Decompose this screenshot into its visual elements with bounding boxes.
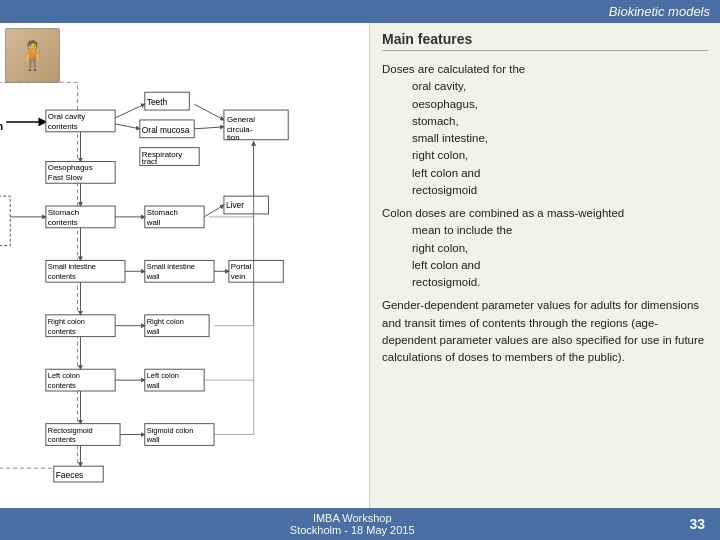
footer-center: IMBA Workshop Stockholm - 18 May 2015 xyxy=(15,512,689,536)
svg-text:Stomach: Stomach xyxy=(48,208,79,217)
list-item: stomach, xyxy=(412,113,708,130)
svg-text:tract: tract xyxy=(142,157,158,166)
svg-line-9 xyxy=(115,104,145,118)
svg-text:Oral mucosa: Oral mucosa xyxy=(142,125,190,135)
header-title: Biokinetic models xyxy=(609,4,710,19)
svg-text:tion: tion xyxy=(227,133,240,142)
list-item: rectosigmoid xyxy=(412,182,708,199)
svg-text:Left colon: Left colon xyxy=(48,371,80,380)
footer-event: IMBA Workshop xyxy=(15,512,689,524)
list-item: small intestine, xyxy=(412,130,708,147)
svg-text:Faeces: Faeces xyxy=(56,470,84,480)
svg-line-15 xyxy=(194,104,224,120)
left-panel: 🧍 Ingestion xyxy=(0,23,370,533)
list-item: left colon and xyxy=(412,257,708,274)
svg-text:Stomach: Stomach xyxy=(147,208,178,217)
list-item: right colon, xyxy=(412,147,708,164)
svg-line-16 xyxy=(194,127,224,129)
svg-text:Sigmoid colon: Sigmoid colon xyxy=(147,426,194,435)
svg-rect-24 xyxy=(0,196,10,245)
colon-section: Colon doses are combined as a mass-weigh… xyxy=(382,205,708,291)
svg-text:Small intestine: Small intestine xyxy=(48,262,96,271)
gender-text: Gender-dependent parameter values for ad… xyxy=(382,299,704,363)
svg-text:contents: contents xyxy=(48,218,78,227)
svg-text:Liver: Liver xyxy=(226,200,244,210)
svg-text:wall: wall xyxy=(146,327,160,336)
biokinetic-diagram: Ingestion Oral cavity contents xyxy=(0,23,305,483)
colon-list: mean to include the right colon, left co… xyxy=(382,222,708,291)
svg-text:wall: wall xyxy=(146,218,161,227)
svg-text:vein: vein xyxy=(231,272,246,281)
svg-text:Oral cavity: Oral cavity xyxy=(48,112,85,121)
svg-text:wall: wall xyxy=(146,272,160,281)
colon-intro: Colon doses are combined as a mass-weigh… xyxy=(382,207,624,219)
main-layout: 🧍 Ingestion xyxy=(0,23,720,533)
list-item: right colon, xyxy=(412,240,708,257)
svg-text:contents: contents xyxy=(48,381,76,390)
diagram-svg: Ingestion Oral cavity contents xyxy=(0,23,305,483)
svg-text:Oesophagus: Oesophagus xyxy=(48,163,93,172)
svg-text:Teeth: Teeth xyxy=(147,97,168,107)
svg-text:contents: contents xyxy=(48,122,78,131)
list-item: mean to include the xyxy=(412,222,708,239)
svg-text:wall: wall xyxy=(146,435,160,444)
svg-text:Right colon: Right colon xyxy=(48,317,85,326)
footer-page: 33 xyxy=(689,516,705,532)
svg-text:Fast  Slow: Fast Slow xyxy=(48,173,83,182)
svg-text:Right colon: Right colon xyxy=(147,317,184,326)
svg-text:contents: contents xyxy=(48,435,76,444)
list-item: rectosigmoid. xyxy=(412,274,708,291)
doses-section: Doses are calculated for the oral cavity… xyxy=(382,61,708,199)
svg-text:General: General xyxy=(227,115,255,124)
svg-text:Small intestine: Small intestine xyxy=(147,262,195,271)
svg-line-41 xyxy=(204,205,224,217)
gender-section: Gender-dependent parameter values for ad… xyxy=(382,297,708,366)
list-item: oral cavity, xyxy=(412,78,708,95)
list-item: oesophagus, xyxy=(412,96,708,113)
footer: IMBA Workshop Stockholm - 18 May 2015 33 xyxy=(0,508,720,540)
right-panel: Main features Doses are calculated for t… xyxy=(370,23,720,533)
svg-text:Rectosigmoid: Rectosigmoid xyxy=(48,426,93,435)
svg-text:Left colon: Left colon xyxy=(147,371,179,380)
ingestion-label: Ingestion xyxy=(0,120,3,132)
doses-list: oral cavity, oesophagus, stomach, small … xyxy=(382,78,708,199)
main-features-title: Main features xyxy=(382,31,708,51)
svg-text:Portal: Portal xyxy=(231,262,252,271)
svg-text:contents: contents xyxy=(48,272,76,281)
svg-text:contents: contents xyxy=(48,327,76,336)
doses-intro: Doses are calculated for the xyxy=(382,63,525,75)
footer-location: Stockholm - 18 May 2015 xyxy=(15,524,689,536)
svg-line-10 xyxy=(115,124,140,129)
page-header: Biokinetic models xyxy=(0,0,720,23)
list-item: left colon and xyxy=(412,165,708,182)
svg-text:wall: wall xyxy=(146,381,160,390)
